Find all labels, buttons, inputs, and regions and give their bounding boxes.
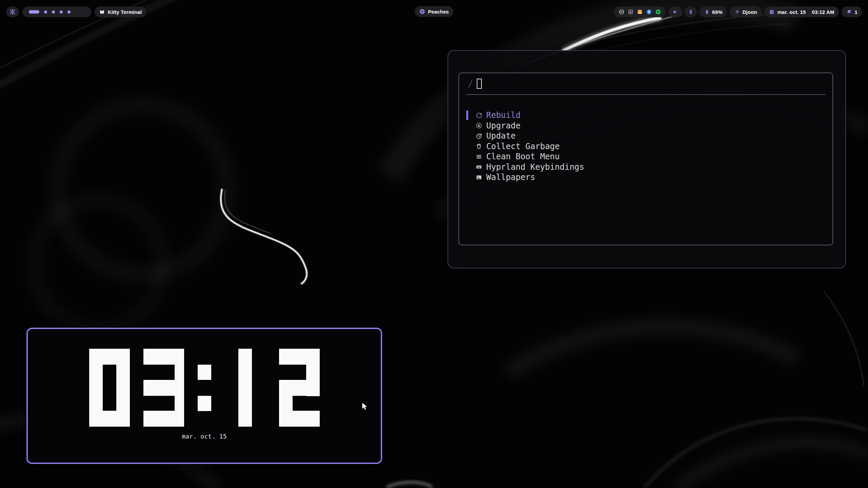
bluetooth-icon: [688, 9, 694, 15]
nix-launcher-button[interactable]: [6, 6, 19, 17]
mouse-cursor: [361, 402, 370, 413]
search-prompt: /: [468, 79, 473, 89]
spotify-badge-icon[interactable]: [655, 9, 661, 15]
snowflake-icon: [9, 8, 16, 15]
speaker-icon: [672, 9, 678, 15]
media-title: Peaches: [428, 9, 449, 15]
selected-indicator: [466, 110, 468, 120]
workspace-dot[interactable]: [44, 11, 47, 14]
bluetooth-badge-icon[interactable]: [646, 9, 652, 15]
clock-time: [28, 349, 381, 427]
bluetooth-button[interactable]: [685, 6, 697, 17]
launcher-item-hyprland-keybindings[interactable]: Hyprland Keybindings: [459, 162, 832, 172]
system-tray[interactable]: K: [614, 6, 666, 17]
launcher-item-rebuild[interactable]: Rebuild: [459, 110, 832, 121]
launcher-item-label: Collect Garbage: [486, 142, 560, 151]
launcher-item-label: Rebuild: [486, 110, 520, 120]
wifi-ssid: Djoon: [743, 9, 757, 15]
date-text: mar. oct. 15: [777, 9, 806, 15]
orange-app-icon[interactable]: [637, 9, 643, 15]
bell-icon: [846, 9, 852, 15]
launcher-item-update[interactable]: Update: [459, 131, 832, 141]
launcher-search[interactable]: /: [459, 73, 832, 94]
recorder-icon[interactable]: [618, 9, 625, 15]
svg-text:K: K: [630, 11, 632, 14]
launcher-box: / RebuildUpgradeUpdateCollect GarbageCle…: [458, 73, 833, 245]
datetime-pill[interactable]: mar. oct. 15 03:12 AM: [764, 6, 839, 17]
keyboard-icon: [475, 163, 482, 170]
active-window-title: Kitty Terminal: [108, 9, 142, 15]
launcher-item-upgrade[interactable]: Upgrade: [459, 121, 832, 131]
notification-count: 1: [855, 9, 857, 15]
clock-colon: [198, 349, 211, 427]
active-window-pill[interactable]: Kitty Terminal: [95, 6, 146, 17]
battery-percent: 69%: [712, 9, 722, 15]
clock-refresh-icon: [475, 133, 482, 140]
launcher-item-label: Upgrade: [486, 121, 520, 130]
refresh-icon: [475, 112, 482, 119]
calendar-icon: [769, 9, 775, 15]
clock-digit: [279, 349, 320, 427]
launcher-item-label: Hyprland Keybindings: [486, 162, 584, 172]
launcher-item-label: Wallpapers: [486, 172, 535, 182]
workspace-dot[interactable]: [52, 11, 55, 14]
time-text: 03:12 AM: [812, 9, 834, 15]
launcher-panel: / RebuildUpgradeUpdateCollect GarbageCle…: [448, 50, 846, 268]
menu-lines-icon: [475, 153, 482, 160]
clock-digit: [238, 349, 252, 427]
clock-digit: [89, 349, 130, 427]
cat-icon: [99, 9, 105, 15]
wifi-icon: [734, 9, 740, 15]
trash-icon: [475, 143, 482, 150]
spotify-icon: [419, 8, 425, 15]
notifications-pill[interactable]: 1: [842, 6, 862, 17]
launcher-item-collect-garbage[interactable]: Collect Garbage: [459, 141, 832, 152]
clock-date: mar. oct. 15: [28, 433, 381, 440]
workspace-active-indicator[interactable]: [29, 10, 39, 14]
battery-icon: [704, 9, 710, 15]
workspace-dot[interactable]: [60, 11, 63, 14]
search-divider: [466, 94, 826, 95]
battery-pill[interactable]: 69%: [699, 6, 727, 17]
arrow-down-circle-icon: [475, 122, 482, 129]
launcher-item-clean-boot-menu[interactable]: Clean Boot Menu: [459, 151, 832, 162]
launcher-item-wallpapers[interactable]: Wallpapers: [459, 172, 832, 183]
launcher-menu: RebuildUpgradeUpdateCollect GarbageClean…: [459, 110, 832, 183]
boxed-k-icon[interactable]: K: [628, 9, 634, 15]
volume-button[interactable]: [668, 6, 682, 17]
launcher-item-label: Update: [486, 131, 516, 141]
wifi-pill[interactable]: Djoon: [730, 6, 762, 17]
launcher-item-label: Clean Boot Menu: [486, 152, 560, 161]
workspace-dot[interactable]: [67, 11, 71, 14]
top-bar: Kitty Terminal Peaches K 69% Djoon mar. …: [0, 6, 868, 18]
top-bar-left: Kitty Terminal: [6, 6, 146, 17]
clock-digit: [143, 349, 184, 427]
top-bar-right: K 69% Djoon mar. oct. 15 03:12 AM 1: [614, 6, 862, 17]
clock-widget: mar. oct. 15: [26, 328, 382, 464]
workspace-switcher[interactable]: [22, 6, 91, 17]
image-icon: [475, 174, 482, 181]
media-pill[interactable]: Peaches: [415, 6, 453, 17]
text-cursor: [477, 79, 482, 89]
